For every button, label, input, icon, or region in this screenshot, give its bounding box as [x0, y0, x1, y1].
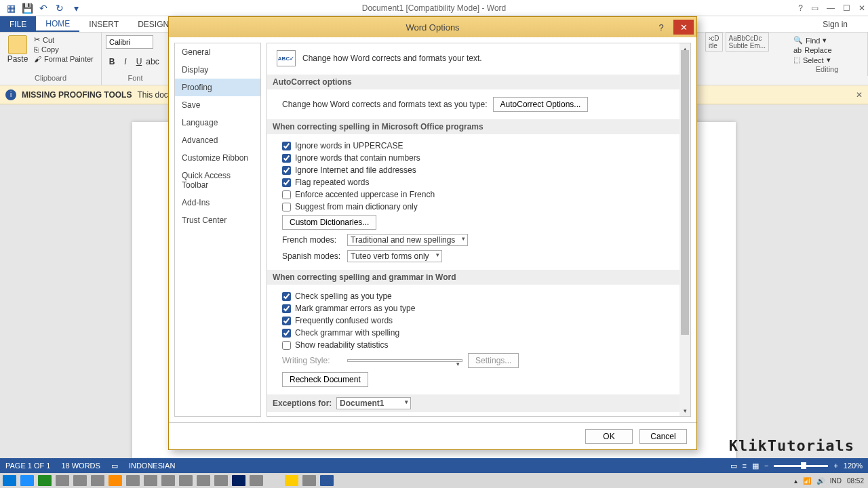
- cb-grammar-spelling[interactable]: [282, 329, 291, 338]
- read-mode-icon[interactable]: ▭: [730, 462, 737, 470]
- page-status[interactable]: PAGE 1 OF 1: [5, 462, 50, 470]
- task-icon[interactable]: [302, 475, 316, 486]
- replace-button[interactable]: abReplace: [791, 45, 863, 55]
- autocorrect-options-button[interactable]: AutoCorrect Options...: [493, 97, 589, 112]
- dialog-content: ABC✓ Change how Word corrects and format…: [267, 43, 691, 417]
- nav-qat[interactable]: Quick Access Toolbar: [175, 167, 260, 194]
- nav-save[interactable]: Save: [175, 96, 260, 114]
- task-icon[interactable]: [126, 475, 140, 486]
- cb-ignore-uppercase[interactable]: [282, 142, 291, 150]
- recheck-document-button[interactable]: Recheck Document: [282, 372, 368, 387]
- nav-trust-center[interactable]: Trust Center: [175, 211, 260, 229]
- ribbon-options-icon[interactable]: ▭: [811, 3, 818, 13]
- search-icon: 🔍: [793, 36, 803, 45]
- italic-button[interactable]: I: [119, 56, 132, 68]
- tab-file[interactable]: FILE: [0, 16, 36, 32]
- scroll-down-icon[interactable]: ▾: [679, 405, 690, 416]
- save-icon[interactable]: 💾: [22, 3, 33, 14]
- tab-home[interactable]: HOME: [36, 16, 79, 32]
- start-button[interactable]: [3, 475, 16, 486]
- nav-customize-ribbon[interactable]: Customize Ribbon: [175, 149, 260, 167]
- nav-language[interactable]: Language: [175, 114, 260, 131]
- ie-icon[interactable]: [20, 475, 34, 486]
- cb-flag-repeated[interactable]: [282, 178, 291, 187]
- print-layout-icon[interactable]: ≡: [743, 462, 747, 470]
- word-task-icon[interactable]: [320, 475, 334, 486]
- cut-button[interactable]: ✂Cut: [34, 35, 94, 44]
- underline-button[interactable]: U: [133, 56, 145, 68]
- close-icon[interactable]: ✕: [859, 3, 865, 13]
- exceptions-dropdown[interactable]: Document1: [336, 397, 411, 409]
- zoom-in-button[interactable]: +: [833, 462, 837, 470]
- signin-link[interactable]: Sign in: [823, 20, 848, 29]
- ps-icon[interactable]: [232, 475, 245, 486]
- web-layout-icon[interactable]: ▦: [752, 462, 759, 470]
- language-status[interactable]: INDONESIAN: [129, 462, 175, 470]
- find-button[interactable]: 🔍Find ▾: [791, 35, 863, 45]
- explorer-icon[interactable]: [38, 475, 52, 486]
- taskbar-time[interactable]: 08:52: [847, 477, 864, 485]
- strike-button[interactable]: abc: [146, 56, 159, 68]
- paste-button[interactable]: Paste: [4, 35, 31, 64]
- task-icon[interactable]: [56, 475, 69, 486]
- cancel-button[interactable]: Cancel: [639, 429, 687, 444]
- task-icon[interactable]: [144, 475, 157, 486]
- custom-dictionaries-button[interactable]: Custom Dictionaries...: [282, 215, 376, 230]
- french-modes-dropdown[interactable]: Traditional and new spellings: [347, 234, 468, 246]
- task-icon[interactable]: [214, 475, 228, 486]
- proofing-icon[interactable]: ▭: [111, 462, 118, 470]
- nav-advanced[interactable]: Advanced: [175, 131, 260, 149]
- task-icon[interactable]: [197, 475, 210, 486]
- bold-button[interactable]: B: [106, 56, 118, 68]
- task-icon[interactable]: [250, 475, 263, 486]
- ok-button[interactable]: OK: [585, 429, 633, 444]
- nav-general[interactable]: General: [175, 43, 260, 61]
- task-icon[interactable]: [91, 475, 104, 486]
- cb-ignore-urls[interactable]: [282, 166, 291, 175]
- word-count[interactable]: 18 WORDS: [61, 462, 100, 470]
- format-painter-button[interactable]: 🖌Format Painter: [34, 55, 94, 63]
- task-icon[interactable]: [161, 475, 175, 486]
- copy-button[interactable]: ⎘Copy: [34, 45, 94, 54]
- spanish-modes-dropdown[interactable]: Tuteo verb forms only: [347, 250, 442, 262]
- style-item[interactable]: AaBbCcDcSubtle Em...: [726, 33, 769, 52]
- minimize-icon[interactable]: —: [827, 3, 835, 13]
- maximize-icon[interactable]: ☐: [843, 3, 850, 13]
- zoom-level[interactable]: 120%: [844, 462, 863, 470]
- task-icon[interactable]: [179, 475, 193, 486]
- style-item[interactable]: ›cDitle: [705, 33, 723, 52]
- scroll-thumb[interactable]: [681, 50, 689, 335]
- tray-icon[interactable]: ▴: [794, 477, 797, 485]
- task-icon[interactable]: [73, 475, 87, 486]
- cb-check-spelling[interactable]: [282, 292, 291, 301]
- help-icon[interactable]: ?: [798, 3, 803, 13]
- cb-ignore-numbers[interactable]: [282, 154, 291, 163]
- customize-icon[interactable]: ▾: [71, 3, 81, 14]
- zoom-out-button[interactable]: −: [764, 462, 768, 470]
- font-name-input[interactable]: [106, 35, 153, 49]
- tab-insert[interactable]: INSERT: [79, 16, 128, 32]
- cb-main-dictionary[interactable]: [282, 203, 291, 211]
- cb-readability[interactable]: [282, 341, 291, 350]
- styles-group: ›cDitle AaBbCcDcSubtle Em...: [705, 33, 780, 52]
- dialog-help-button[interactable]: ?: [652, 20, 671, 35]
- select-button[interactable]: ⬚Select ▾: [791, 55, 863, 65]
- volume-icon[interactable]: 🔊: [816, 477, 825, 485]
- redo-icon[interactable]: ↻: [54, 3, 65, 14]
- dialog-scrollbar[interactable]: ▴ ▾: [679, 43, 690, 416]
- task-icon[interactable]: [108, 475, 122, 486]
- nav-proofing[interactable]: Proofing: [175, 79, 260, 96]
- message-close-button[interactable]: ✕: [856, 90, 863, 100]
- cb-enforce-french[interactable]: [282, 190, 291, 199]
- cb-mark-grammar[interactable]: [282, 304, 291, 313]
- dialog-close-button[interactable]: ✕: [673, 20, 694, 35]
- undo-icon[interactable]: ↶: [38, 3, 49, 14]
- nav-display[interactable]: Display: [175, 61, 260, 79]
- taskbar: ▴ 📶 🔊 IND 08:52: [0, 473, 868, 488]
- nav-addins[interactable]: Add-Ins: [175, 194, 260, 211]
- network-icon[interactable]: 📶: [803, 477, 811, 485]
- cb-confused-words[interactable]: [282, 317, 291, 325]
- chrome-icon[interactable]: [285, 475, 298, 486]
- zoom-slider[interactable]: [774, 465, 828, 467]
- taskbar-lang[interactable]: IND: [830, 477, 842, 485]
